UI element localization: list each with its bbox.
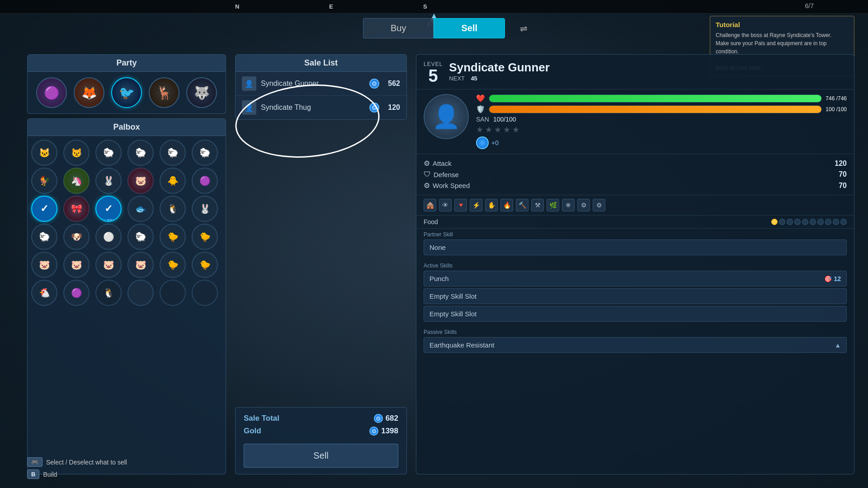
- pal-slot-14[interactable]: ✓ ⬡ 562: [95, 196, 122, 222]
- party-creature-1: 🦊: [75, 78, 104, 107]
- work-icon-8[interactable]: 🌿: [547, 199, 559, 211]
- pal-slot-6[interactable]: 🐓: [31, 168, 57, 194]
- pal-slot-9[interactable]: 🐷: [127, 168, 154, 194]
- work-icon-10[interactable]: ⚙: [577, 199, 590, 211]
- pal-slot-26[interactable]: 🐷: [95, 252, 122, 278]
- pal-slot-17[interactable]: 🐰: [192, 196, 218, 222]
- pal-slot-13[interactable]: 🎀: [63, 196, 90, 222]
- work-icon-5[interactable]: 🔥: [500, 199, 513, 211]
- defense-value: 70: [839, 170, 847, 178]
- work-icon-4[interactable]: ✋: [485, 199, 498, 211]
- passive-skill-0-box: Earthquake Resistant ▲: [424, 337, 847, 353]
- party-slot-2[interactable]: 🐦: [111, 77, 142, 108]
- buy-button[interactable]: Buy: [363, 18, 434, 38]
- pal-slot-8[interactable]: 🐰: [95, 168, 122, 194]
- food-label: Food: [424, 218, 438, 225]
- sale-item-1-icon: 👤: [242, 100, 256, 115]
- pal-slot-2[interactable]: 🐑: [95, 140, 122, 166]
- work-icon-6[interactable]: 🔨: [516, 199, 528, 211]
- pal-slot-12[interactable]: ✓: [31, 196, 57, 222]
- stars-row: ★ ★ ★ ★ ★: [476, 125, 847, 135]
- pal-slot-28[interactable]: 🐤: [160, 252, 186, 278]
- work-speed-icon: ⚙: [424, 181, 430, 190]
- gold-value: ⬡ 1398: [369, 427, 398, 436]
- sale-item-1-value: 120: [382, 103, 400, 112]
- level-box: LEVEL 5: [424, 61, 443, 84]
- pal-slot-5[interactable]: 🐑: [192, 140, 218, 166]
- palbox-section: Palbox 🐱 😾 🐑 🐑 🐑 🐑 🐓 🦄 🐰 🐷 🐥 🟣 ✓: [27, 118, 226, 474]
- select-hint-text: Select / Deselect what to sell: [46, 459, 127, 466]
- pal-slot-25[interactable]: 🐷: [63, 252, 90, 278]
- sale-item-0-icon: 👤: [242, 76, 256, 91]
- skill-target-icon: 🎯: [824, 275, 832, 282]
- san-value: 100/100: [493, 116, 516, 123]
- work-icon-11[interactable]: ⚙: [593, 199, 605, 211]
- work-icon-2[interactable]: 🔻: [454, 199, 467, 211]
- food-dot-4: [802, 219, 808, 225]
- bottom-controls: 🎮 Select / Deselect what to sell B Build: [27, 457, 127, 479]
- pal-slot-1[interactable]: 😾: [63, 140, 90, 166]
- pal-slot-30[interactable]: 🐔: [31, 280, 57, 306]
- pal-slot-19[interactable]: 🐶: [63, 224, 90, 250]
- party-creature-3: 🦌: [150, 78, 179, 107]
- work-icon-7[interactable]: ⚒: [531, 199, 544, 211]
- gold-label: Gold: [244, 427, 261, 436]
- shield-value: 100 /100: [826, 106, 847, 113]
- select-hint: 🎮 Select / Deselect what to sell: [27, 457, 127, 467]
- hp-bar-fill: [489, 95, 821, 102]
- build-hint: B Build: [27, 469, 127, 479]
- sell-button-nav[interactable]: Sell: [434, 18, 505, 38]
- pal-slot-32[interactable]: 🐧: [95, 280, 122, 306]
- star-3: ★: [494, 125, 501, 135]
- pal-slot-33[interactable]: [127, 280, 154, 306]
- pal-slot-29[interactable]: 🐤: [192, 252, 218, 278]
- sale-total-label: Sale Total: [244, 414, 279, 423]
- party-slot-3[interactable]: 🦌: [149, 77, 179, 108]
- element-bonus: +0: [491, 139, 499, 146]
- passive-skills-label: Passive Skills: [424, 329, 847, 335]
- pal-slot-24[interactable]: 🐷: [31, 252, 57, 278]
- pal-slot-27[interactable]: 🐷: [127, 252, 154, 278]
- pal-slot-10[interactable]: 🐥: [160, 168, 186, 194]
- pal-slot-35[interactable]: [192, 280, 218, 306]
- active-skill-0-box: Punch 🎯 12: [424, 271, 847, 286]
- defense-icon: 🛡: [424, 170, 431, 178]
- hp-bar-track: [489, 94, 822, 103]
- attack-value: 120: [835, 160, 847, 168]
- pal-slot-0[interactable]: 🐱: [31, 140, 57, 166]
- pal-slot-3[interactable]: 🐑: [127, 140, 154, 166]
- pal-slot-18[interactable]: 🐑: [31, 224, 57, 250]
- party-slot-4[interactable]: 🐺: [186, 77, 217, 108]
- work-icon-9[interactable]: ❄: [562, 199, 575, 211]
- work-icon-1[interactable]: 👁: [439, 199, 452, 211]
- next-label: NEXT: [449, 75, 465, 82]
- pal-slot-21[interactable]: 🐑: [127, 224, 154, 250]
- sale-item-1-name: Syndicate Thug: [261, 103, 365, 112]
- coin-icon-0: ⬡: [369, 79, 379, 89]
- pal-slot-23[interactable]: 🐤: [192, 224, 218, 250]
- sell-action-button[interactable]: Sell: [244, 444, 398, 468]
- pal-slot-15[interactable]: 🐟: [127, 196, 154, 222]
- pal-slot-20[interactable]: ⚪: [95, 224, 122, 250]
- swap-icon[interactable]: ⇌: [520, 23, 528, 34]
- pal-slot-34[interactable]: [160, 280, 186, 306]
- pal-slot-16[interactable]: 🐧: [160, 196, 186, 222]
- pal-slot-31[interactable]: 🟣: [63, 280, 90, 306]
- sale-item-0-name: Syndicate Gunner: [261, 80, 365, 88]
- party-slot-0[interactable]: 🟣: [36, 77, 67, 108]
- next-value: 45: [471, 75, 477, 82]
- food-row: Food: [416, 216, 854, 229]
- sale-item-0-coin: ⬡ 562: [369, 79, 400, 89]
- party-slot-1[interactable]: 🦊: [74, 77, 104, 108]
- build-hint-text: Build: [43, 471, 57, 478]
- food-dots: [771, 219, 847, 225]
- creature-name-block: Syndicate Gunner NEXT 45: [449, 61, 847, 82]
- work-icon-0[interactable]: 🛖: [424, 199, 436, 211]
- pal-slot-7[interactable]: 🦄: [63, 168, 90, 194]
- pal-slot-11[interactable]: 🟣: [192, 168, 218, 194]
- pal-slot-4[interactable]: 🐑: [160, 140, 186, 166]
- level-number: 5: [424, 67, 443, 84]
- work-icon-3[interactable]: ⚡: [470, 199, 482, 211]
- food-dot-7: [825, 219, 831, 225]
- pal-slot-22[interactable]: 🐤: [160, 224, 186, 250]
